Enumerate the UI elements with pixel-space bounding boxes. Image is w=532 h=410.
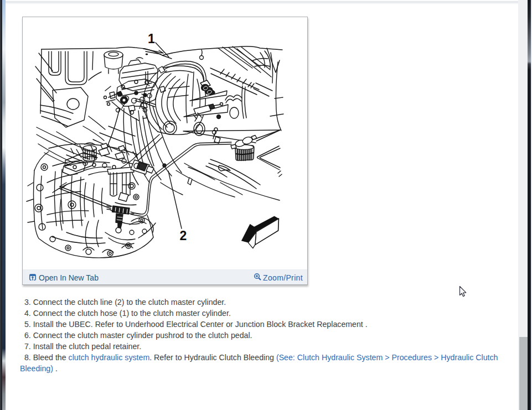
svg-text:2: 2 <box>180 229 187 243</box>
svg-text:1: 1 <box>148 32 155 46</box>
